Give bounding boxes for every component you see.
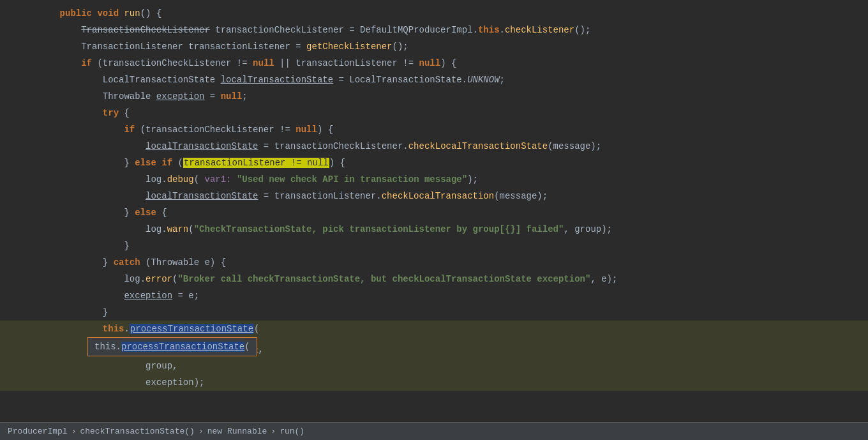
breadcrumb-separator-2: › [198, 427, 204, 436]
code-content: public void run() { TransactionCheckList… [0, 0, 868, 396]
breadcrumb-item-4: run() [280, 427, 304, 436]
code-line-4: if (transactionCheckListener != null || … [0, 55, 868, 72]
autocomplete-popup[interactable]: this.processTransactionState( [87, 337, 257, 356]
code-line-10: } else if (transactionListener != null) … [0, 155, 868, 171]
breadcrumb-item-1: ProducerImpl [8, 427, 68, 436]
status-bar: ProducerImpl › checkTransactionState() ›… [0, 422, 868, 440]
code-line-23: exception); [0, 374, 868, 391]
breadcrumb-label-1: ProducerImpl [8, 427, 68, 436]
code-line-3: TransactionListener transactionListener … [0, 38, 868, 55]
breadcrumb-label-2: checkTransactionState() [80, 427, 194, 436]
breadcrumb-separator-1: › [71, 427, 77, 436]
code-line-8: if (transactionCheckListener != null) { [0, 121, 868, 138]
breadcrumb-separator-3: › [271, 427, 276, 436]
code-line-22: group, [0, 358, 868, 374]
code-line-2: TransactionCheckListener transactionChec… [0, 22, 868, 38]
code-line-12: localTransactionState = transactionListe… [0, 188, 868, 204]
breadcrumb-item-2: checkTransactionState() [80, 427, 194, 436]
code-line-17: log.error("Broker call checkTransactionS… [0, 271, 868, 287]
code-line-6: Throwable exception = null; [0, 88, 868, 105]
code-line-14: log.warn("CheckTransactionState, pick tr… [0, 221, 868, 238]
code-line-7: try { [0, 105, 868, 121]
code-line-13: } else { [0, 204, 868, 221]
code-line-5: LocalTransactionState localTransactionSt… [0, 72, 868, 88]
code-line-15: } [0, 238, 868, 254]
code-line-11: log.debug( var1: "Used new check API in … [0, 171, 868, 188]
breadcrumb-label-3: new Runnable [207, 427, 267, 436]
breadcrumb-label-4: run() [280, 427, 304, 436]
code-line-1: public void run() { [0, 5, 868, 22]
code-line-16: } catch (Throwable e) { [0, 254, 868, 271]
tooltip-content: this.processTransactionState( [94, 342, 250, 352]
code-line-9: localTransactionState = transactionCheck… [0, 138, 868, 155]
breadcrumb-item-3: new Runnable [207, 427, 267, 436]
code-line-18: exception = e; [0, 287, 868, 304]
code-editor: public void run() { TransactionCheckList… [0, 0, 868, 422]
code-line-19: } [0, 304, 868, 321]
